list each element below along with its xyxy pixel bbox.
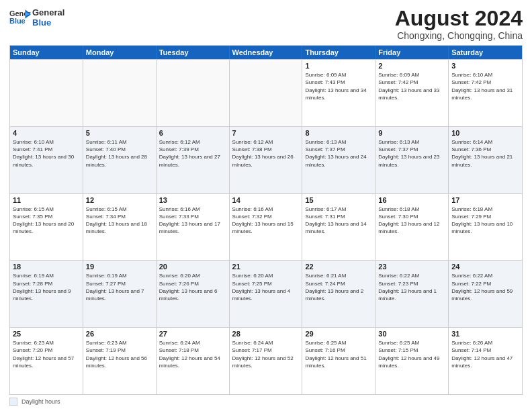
day-number-6: 6 (159, 129, 226, 137)
day-info-23: Sunrise: 6:22 AM Sunset: 7:23 PM Dayligh… (378, 272, 445, 302)
day-info-19: Sunrise: 6:19 AM Sunset: 7:27 PM Dayligh… (86, 272, 153, 302)
day-info-14: Sunrise: 6:16 AM Sunset: 7:32 PM Dayligh… (232, 205, 300, 236)
day-cell-3: 3Sunrise: 6:10 AM Sunset: 7:42 PM Daylig… (449, 60, 522, 126)
day-cell-9: 9Sunrise: 6:13 AM Sunset: 7:37 PM Daylig… (375, 127, 449, 193)
day-number-20: 20 (159, 263, 226, 271)
day-cell-6: 6Sunrise: 6:12 AM Sunset: 7:39 PM Daylig… (157, 127, 230, 193)
day-info-27: Sunrise: 6:24 AM Sunset: 7:18 PM Dayligh… (159, 339, 226, 369)
day-cell-17: 17Sunrise: 6:18 AM Sunset: 7:29 PM Dayli… (449, 194, 522, 261)
title-block: August 2024 Chongxing, Chongqing, China (395, 7, 523, 41)
empty-cell-w0-d2 (157, 60, 230, 126)
day-cell-4: 4Sunrise: 6:10 AM Sunset: 7:41 PM Daylig… (10, 127, 83, 193)
day-cell-11: 11Sunrise: 6:15 AM Sunset: 7:35 PM Dayli… (10, 194, 83, 261)
day-number-8: 8 (305, 129, 372, 137)
logo-blue: Blue (32, 18, 64, 28)
page: General Blue General Blue August 2024 Ch… (0, 0, 532, 411)
day-info-31: Sunrise: 6:26 AM Sunset: 7:14 PM Dayligh… (451, 339, 519, 369)
day-info-8: Sunrise: 6:13 AM Sunset: 7:37 PM Dayligh… (305, 138, 372, 169)
day-number-12: 12 (86, 196, 153, 204)
day-number-28: 28 (232, 330, 300, 338)
day-number-29: 29 (305, 330, 372, 338)
day-cell-5: 5Sunrise: 6:11 AM Sunset: 7:40 PM Daylig… (83, 127, 157, 193)
day-number-18: 18 (13, 263, 80, 271)
day-info-21: Sunrise: 6:20 AM Sunset: 7:25 PM Dayligh… (232, 272, 300, 302)
day-number-23: 23 (378, 263, 445, 271)
day-number-5: 5 (86, 129, 153, 137)
header-sunday: Sunday (10, 46, 83, 59)
legend-box (9, 398, 17, 406)
day-info-30: Sunrise: 6:25 AM Sunset: 7:15 PM Dayligh… (378, 339, 445, 369)
day-info-7: Sunrise: 6:12 AM Sunset: 7:38 PM Dayligh… (232, 138, 300, 169)
day-cell-16: 16Sunrise: 6:18 AM Sunset: 7:30 PM Dayli… (375, 194, 449, 261)
day-number-14: 14 (232, 196, 300, 204)
day-cell-13: 13Sunrise: 6:16 AM Sunset: 7:33 PM Dayli… (157, 194, 230, 261)
footer: Daylight hours (9, 398, 523, 406)
day-info-18: Sunrise: 6:19 AM Sunset: 7:28 PM Dayligh… (13, 272, 80, 302)
day-cell-15: 15Sunrise: 6:17 AM Sunset: 7:31 PM Dayli… (302, 194, 375, 261)
legend-label: Daylight hours (21, 398, 60, 405)
day-info-6: Sunrise: 6:12 AM Sunset: 7:39 PM Dayligh… (159, 138, 226, 169)
day-number-7: 7 (232, 129, 300, 137)
day-info-9: Sunrise: 6:13 AM Sunset: 7:37 PM Dayligh… (378, 138, 445, 169)
calendar-header: Sunday Monday Tuesday Wednesday Thursday… (10, 46, 522, 59)
day-info-29: Sunrise: 6:25 AM Sunset: 7:16 PM Dayligh… (305, 339, 372, 369)
day-number-19: 19 (86, 263, 153, 271)
day-number-1: 1 (305, 62, 372, 70)
day-cell-7: 7Sunrise: 6:12 AM Sunset: 7:38 PM Daylig… (230, 127, 303, 193)
day-number-11: 11 (13, 196, 80, 204)
day-info-15: Sunrise: 6:17 AM Sunset: 7:31 PM Dayligh… (305, 205, 372, 236)
day-number-16: 16 (378, 196, 445, 204)
day-cell-31: 31Sunrise: 6:26 AM Sunset: 7:14 PM Dayli… (449, 328, 522, 394)
day-number-26: 26 (86, 330, 153, 338)
day-info-3: Sunrise: 6:10 AM Sunset: 7:42 PM Dayligh… (451, 71, 519, 101)
logo-general: General (32, 8, 64, 18)
day-cell-23: 23Sunrise: 6:22 AM Sunset: 7:23 PM Dayli… (375, 261, 449, 327)
location: Chongxing, Chongqing, China (395, 30, 523, 41)
day-info-24: Sunrise: 6:22 AM Sunset: 7:22 PM Dayligh… (451, 272, 519, 302)
day-cell-27: 27Sunrise: 6:24 AM Sunset: 7:18 PM Dayli… (157, 328, 230, 394)
day-number-9: 9 (378, 129, 445, 137)
day-cell-24: 24Sunrise: 6:22 AM Sunset: 7:22 PM Dayli… (449, 261, 522, 327)
day-cell-26: 26Sunrise: 6:23 AM Sunset: 7:19 PM Dayli… (83, 328, 157, 394)
day-number-21: 21 (232, 263, 300, 271)
day-info-4: Sunrise: 6:10 AM Sunset: 7:41 PM Dayligh… (13, 138, 80, 169)
day-cell-22: 22Sunrise: 6:21 AM Sunset: 7:24 PM Dayli… (302, 261, 375, 327)
day-info-26: Sunrise: 6:23 AM Sunset: 7:19 PM Dayligh… (86, 339, 153, 369)
week-4: 18Sunrise: 6:19 AM Sunset: 7:28 PM Dayli… (10, 260, 522, 327)
day-info-12: Sunrise: 6:15 AM Sunset: 7:34 PM Dayligh… (86, 205, 153, 236)
day-number-31: 31 (451, 330, 519, 338)
day-info-10: Sunrise: 6:14 AM Sunset: 7:36 PM Dayligh… (451, 138, 519, 169)
header-wednesday: Wednesday (230, 46, 303, 59)
header-thursday: Thursday (302, 46, 375, 59)
day-info-2: Sunrise: 6:09 AM Sunset: 7:42 PM Dayligh… (378, 71, 445, 101)
header: General Blue General Blue August 2024 Ch… (9, 7, 523, 41)
day-number-3: 3 (451, 62, 519, 70)
logo-icon: General Blue (9, 8, 31, 27)
header-tuesday: Tuesday (157, 46, 230, 59)
week-3: 11Sunrise: 6:15 AM Sunset: 7:35 PM Dayli… (10, 193, 522, 261)
day-number-10: 10 (451, 129, 519, 137)
week-1: 1Sunrise: 6:09 AM Sunset: 7:43 PM Daylig… (10, 59, 522, 126)
day-info-28: Sunrise: 6:24 AM Sunset: 7:17 PM Dayligh… (232, 339, 300, 369)
header-saturday: Saturday (449, 46, 522, 59)
day-number-24: 24 (451, 263, 519, 271)
day-cell-1: 1Sunrise: 6:09 AM Sunset: 7:43 PM Daylig… (302, 60, 375, 126)
day-cell-29: 29Sunrise: 6:25 AM Sunset: 7:16 PM Dayli… (302, 328, 375, 394)
empty-cell-w0-d1 (83, 60, 157, 126)
day-cell-8: 8Sunrise: 6:13 AM Sunset: 7:37 PM Daylig… (302, 127, 375, 193)
month-year: August 2024 (395, 7, 523, 30)
day-number-22: 22 (305, 263, 372, 271)
day-info-13: Sunrise: 6:16 AM Sunset: 7:33 PM Dayligh… (159, 205, 226, 236)
day-info-1: Sunrise: 6:09 AM Sunset: 7:43 PM Dayligh… (305, 71, 372, 101)
day-cell-10: 10Sunrise: 6:14 AM Sunset: 7:36 PM Dayli… (449, 127, 522, 193)
svg-text:Blue: Blue (9, 17, 26, 25)
day-cell-14: 14Sunrise: 6:16 AM Sunset: 7:32 PM Dayli… (230, 194, 303, 261)
day-number-27: 27 (159, 330, 226, 338)
day-number-25: 25 (13, 330, 80, 338)
logo: General Blue General Blue (9, 7, 64, 28)
day-cell-19: 19Sunrise: 6:19 AM Sunset: 7:27 PM Dayli… (83, 261, 157, 327)
day-number-30: 30 (378, 330, 445, 338)
day-info-25: Sunrise: 6:23 AM Sunset: 7:20 PM Dayligh… (13, 339, 80, 369)
empty-cell-w0-d0 (10, 60, 83, 126)
day-info-5: Sunrise: 6:11 AM Sunset: 7:40 PM Dayligh… (86, 138, 153, 169)
